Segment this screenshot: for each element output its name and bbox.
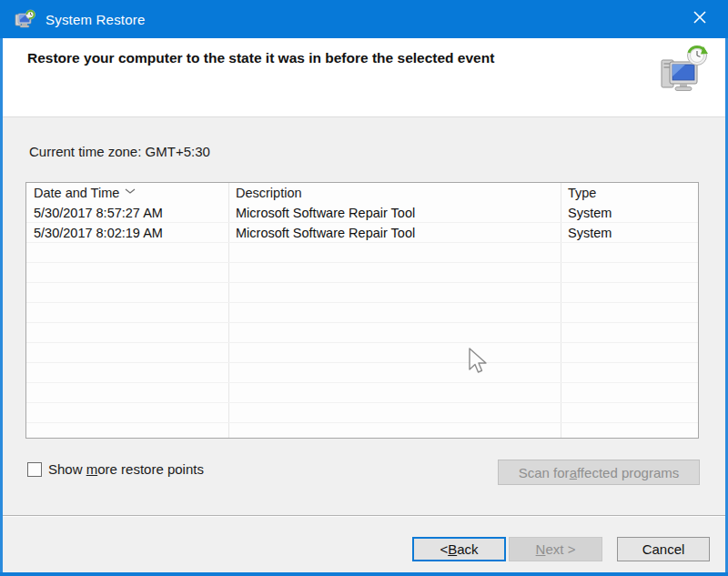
chevron-down-icon [125,182,136,197]
cell-type: System [561,206,698,220]
page-title: Restore your computer to the state it wa… [27,49,610,66]
system-restore-icon [15,9,36,29]
cancel-button[interactable]: Cancel [617,537,710,561]
window-border-bottom [0,572,728,576]
column-header-date-time[interactable]: Date and Time [26,183,228,203]
show-more-checkbox[interactable] [27,462,42,477]
cell-date: 5/30/2017 8:57:27 AM [26,206,228,220]
next-button[interactable]: Next > [509,537,602,561]
table-header-row: Date and Time Description Type [26,183,698,203]
cell-type: System [561,226,698,240]
footer-divider [0,515,728,517]
close-icon [693,10,707,28]
wizard-header: Restore your computer to the state it wa… [0,38,728,117]
show-more-label[interactable]: Show more restore points [48,461,204,477]
column-header-type[interactable]: Type [561,183,698,203]
system-restore-window: System Restore Restore your computer to … [0,0,728,576]
cell-description: Microsoft Software Repair Tool [228,206,561,220]
column-header-description[interactable]: Description [228,183,561,203]
titlebar: System Restore [0,0,728,38]
close-button[interactable] [679,0,721,38]
window-title: System Restore [46,12,146,27]
window-border-left [0,38,3,576]
timezone-label: Current time zone: GMT+5:30 [29,144,210,159]
back-button[interactable]: < Back [412,537,506,561]
table-row[interactable]: 5/30/2017 8:57:27 AM Microsoft Software … [26,203,698,223]
restore-points-table[interactable]: Date and Time Description Type 5/30/2017… [25,182,699,439]
cell-description: Microsoft Software Repair Tool [228,226,561,240]
show-more-restore-points[interactable]: Show more restore points [27,461,204,477]
cell-date: 5/30/2017 8:02:19 AM [26,226,228,240]
computer-restore-icon [659,44,708,98]
table-row[interactable]: 5/30/2017 8:02:19 AM Microsoft Software … [26,223,698,243]
scan-affected-programs-button[interactable]: Scan for affected programs [498,460,700,485]
